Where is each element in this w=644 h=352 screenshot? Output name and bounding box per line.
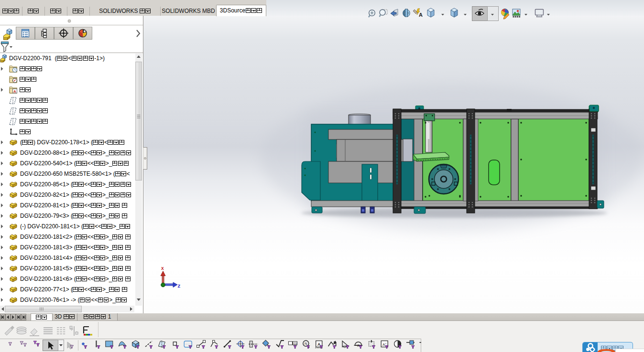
svg-text:Z: Z	[178, 284, 181, 289]
svg-text:X: X	[161, 266, 164, 271]
